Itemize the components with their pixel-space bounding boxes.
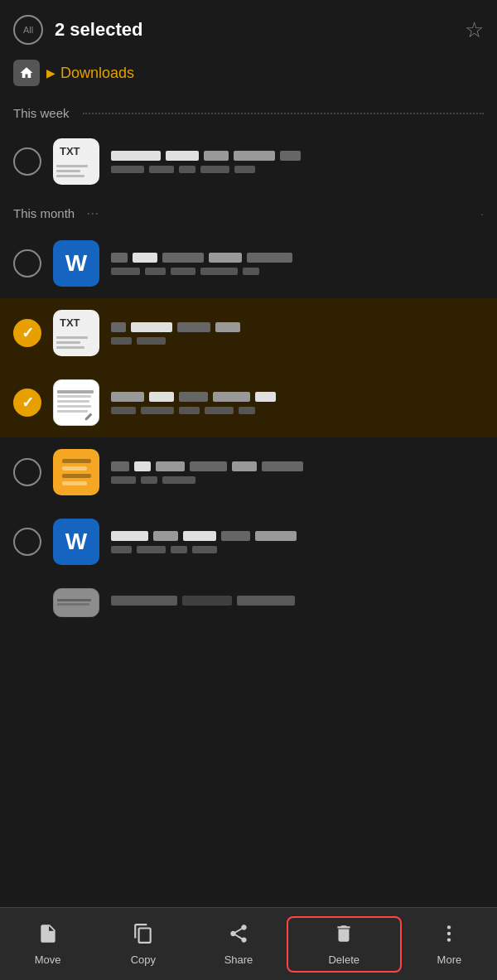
file-item[interactable]: W [0, 507, 497, 577]
document-file-icon [53, 379, 99, 426]
delete-label: Delete [328, 953, 359, 966]
all-label: All [23, 25, 33, 35]
file-checkbox-6[interactable] [13, 528, 41, 556]
selection-count: 2 selected [55, 19, 465, 41]
home-icon[interactable] [13, 60, 40, 86]
file-info [111, 531, 484, 553]
header: All 2 selected ☆ [0, 0, 497, 53]
star-icon[interactable]: ☆ [465, 17, 484, 43]
txt-file-icon: TXT [53, 138, 99, 185]
more-icon [438, 923, 460, 950]
share-label: Share [224, 953, 253, 966]
this-week-label: This week [13, 106, 70, 120]
select-all-checkbox[interactable]: All [13, 15, 43, 45]
svg-point-0 [447, 925, 451, 929]
breadcrumb-arrow: ▶ [46, 66, 55, 80]
file-checkbox-1[interactable] [13, 147, 41, 176]
delete-icon [333, 923, 355, 950]
file-checkbox-5[interactable] [13, 458, 41, 486]
move-button[interactable]: Move [0, 916, 95, 973]
svg-point-2 [447, 938, 451, 941]
copy-icon [133, 923, 154, 950]
file-info [111, 151, 484, 173]
breadcrumb: ▶ Downloads [0, 53, 497, 98]
more-button[interactable]: More [402, 916, 497, 973]
file-info [111, 461, 484, 484]
file-info [111, 322, 484, 345]
file-item-selected[interactable]: TXT [0, 298, 497, 368]
bottom-toolbar: Move Copy Share Delete [0, 907, 497, 980]
file-info [111, 253, 484, 275]
file-info [111, 392, 484, 414]
word-file-icon: W [53, 240, 99, 287]
share-icon [228, 923, 249, 950]
section-divider [83, 113, 484, 114]
archive-file-icon [53, 449, 99, 495]
partial-file-icon [53, 588, 99, 617]
file-item[interactable]: TXT [0, 127, 497, 196]
file-item[interactable] [0, 437, 497, 507]
section-this-month: This month ··· · [0, 196, 497, 229]
file-checkbox-2[interactable] [13, 249, 41, 278]
word-file-icon-2: W [53, 519, 99, 565]
section-this-week: This week [0, 98, 497, 127]
svg-point-1 [447, 931, 451, 934]
txt-file-icon-2: TXT [53, 310, 99, 356]
file-item-partial [0, 577, 497, 629]
file-item-selected-2[interactable] [0, 368, 497, 437]
more-label: More [437, 953, 462, 966]
move-icon [37, 923, 59, 950]
this-month-label: This month [13, 206, 75, 220]
breadcrumb-folder[interactable]: Downloads [60, 65, 134, 82]
copy-button[interactable]: Copy [95, 916, 191, 973]
move-label: Move [35, 953, 61, 966]
file-checkbox-4[interactable] [13, 389, 41, 417]
file-info [111, 596, 484, 611]
share-button[interactable]: Share [191, 916, 286, 973]
file-item[interactable]: W [0, 229, 497, 298]
copy-label: Copy [131, 953, 156, 966]
delete-button[interactable]: Delete [287, 916, 402, 973]
section-end-dot: · [480, 207, 484, 220]
file-checkbox-3[interactable] [13, 319, 41, 347]
